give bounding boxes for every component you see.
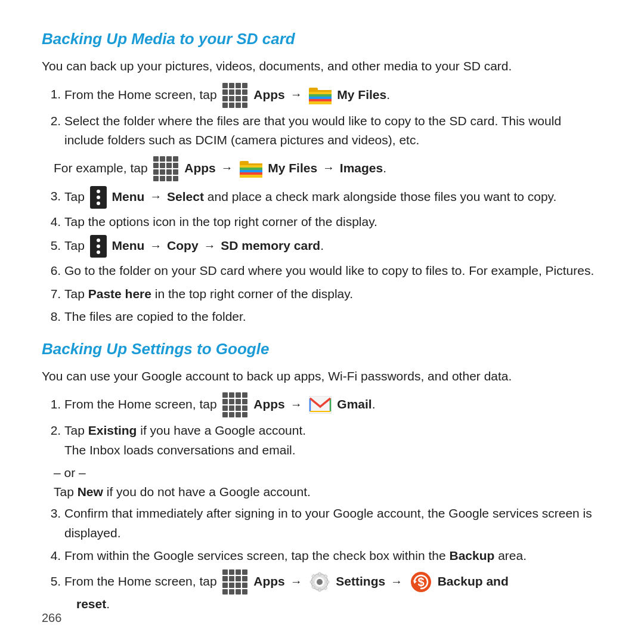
section2-step5: From the Home screen, tap Apps →	[64, 569, 602, 614]
settings-label-5: Settings	[336, 574, 389, 588]
s2-step5-before: From the Home screen, tap	[64, 574, 220, 588]
section1-step3: Tap Menu → Select and place a check mark…	[64, 186, 602, 209]
myfiles-icon-1	[309, 86, 332, 104]
svg-point-22	[317, 579, 323, 585]
reset-label: reset	[76, 597, 106, 611]
tap-new-line: Tap New if you do not have a Google acco…	[54, 485, 602, 499]
step4-text: Tap the options icon in the top right co…	[64, 215, 377, 228]
step3-text-after: and place a check mark alongside those f…	[208, 189, 557, 203]
svg-rect-15	[240, 175, 262, 178]
section1-title: Backing Up Media to your SD card	[42, 30, 602, 48]
menu-icon-5	[90, 235, 107, 258]
section2: Backing Up Settings to Google You can us…	[42, 340, 602, 614]
paste-here-label: Paste here	[88, 287, 151, 301]
settings-icon	[309, 571, 330, 593]
svg-rect-13	[240, 170, 262, 172]
section2-steps-list: From the Home screen, tap Apps →	[64, 392, 602, 460]
s2-5-arrow1: →	[290, 575, 302, 588]
section1-step7: Tap Paste here in the top right corner o…	[64, 284, 602, 304]
backup-label-4: Backup	[449, 549, 494, 562]
step1-text-after: .	[386, 87, 390, 101]
section1-steps-list: From the Home screen, tap Apps →	[64, 83, 602, 150]
select-label-3: Select	[167, 189, 204, 203]
section1-step6: Go to the folder on your SD card where y…	[64, 261, 602, 281]
svg-rect-3	[309, 92, 332, 94]
new-label: New	[78, 485, 103, 499]
s2-step2-tap: Tap	[64, 423, 88, 437]
step6-text: Go to the folder on your SD card where y…	[64, 264, 594, 277]
myfiles-label-1: My Files	[337, 87, 386, 101]
section1-step5: Tap Menu → Copy → SD memory card.	[64, 235, 602, 258]
period5: .	[320, 239, 324, 252]
apps-icon-s2-1	[222, 392, 247, 417]
copy-label-5: Copy	[167, 239, 202, 252]
svg-rect-7	[309, 101, 332, 104]
section2-step2: Tap Existing if you have a Google accoun…	[64, 421, 602, 460]
menu-icon-3	[90, 186, 107, 209]
svg-rect-14	[240, 172, 262, 175]
svg-rect-6	[309, 99, 332, 101]
tap-new-before: Tap	[54, 485, 78, 499]
apps-icon-s2-5	[222, 569, 247, 595]
existing-label: Existing	[88, 423, 137, 437]
s2-step3-text: Confirm that immediately after signing i…	[64, 506, 592, 540]
apps-icon-example	[153, 156, 178, 181]
section2-title: Backing Up Settings to Google	[42, 340, 602, 358]
arrow-example-2: →	[323, 161, 335, 174]
section1-step1: From the Home screen, tap Apps →	[64, 83, 602, 108]
gmail-label: Gmail	[337, 397, 371, 411]
page-number: 266	[42, 611, 61, 625]
section2-step4: From within the Google services screen, …	[64, 546, 602, 566]
myfiles-label-example: My Files	[268, 160, 321, 174]
gmail-icon	[309, 396, 332, 414]
svg-rect-25	[310, 581, 313, 583]
period-example: .	[383, 160, 386, 174]
section1-step2: Select the folder where the files are th…	[64, 112, 602, 150]
myfiles-icon-example	[240, 160, 262, 178]
svg-rect-23	[318, 572, 321, 575]
section2-step3: Confirm that immediately after signing i…	[64, 504, 602, 543]
step8-text: The files are copied to the folder.	[64, 309, 246, 323]
step2-text: Select the folder where the files are th…	[64, 114, 561, 147]
s2-step5-period: .	[106, 597, 110, 611]
s2-step4-after: area.	[498, 549, 527, 562]
arrow-example-1: →	[221, 161, 233, 174]
s2-step1-before: From the Home screen, tap	[64, 397, 220, 411]
svg-rect-5	[309, 97, 332, 99]
section2-step1: From the Home screen, tap Apps →	[64, 392, 602, 417]
s2-step1-period: .	[372, 397, 376, 411]
step1-text-before: From the Home screen, tap	[64, 87, 220, 101]
apps-label-example: Apps	[184, 160, 219, 174]
for-example-block: For example, tap Apps → My Files → Image	[54, 156, 602, 181]
arrow1-1: →	[290, 88, 302, 101]
menu-label-5: Menu	[112, 239, 148, 252]
svg-rect-12	[240, 168, 262, 170]
s2-arrow1: →	[290, 398, 302, 411]
svg-rect-10	[240, 163, 262, 165]
apps-icon-1	[222, 83, 247, 108]
section1-step8: The files are copied to the folder.	[64, 307, 602, 327]
svg-rect-24	[318, 589, 321, 592]
arrow5-1: →	[150, 239, 162, 252]
svg-rect-4	[309, 94, 332, 97]
menu-label-3: Menu	[112, 189, 148, 203]
step7-text-after: in the top right corner of the display.	[155, 287, 353, 301]
section2-intro: You can use your Google account to back …	[42, 367, 602, 386]
s2-step4-before: From within the Google services screen, …	[64, 549, 449, 562]
backup-and-label: Backup and	[438, 574, 509, 588]
arrow3: →	[150, 190, 162, 203]
section1-steps-list-2: Tap Menu → Select and place a check mark…	[64, 186, 602, 327]
tap-new-after: if you do not have a Google account.	[107, 485, 311, 499]
apps-label-s2-1: Apps	[253, 397, 288, 411]
sd-label-5: SD memory card	[221, 239, 320, 252]
apps-label-s2-5: Apps	[253, 574, 288, 588]
for-example-text: For example, tap	[54, 160, 151, 174]
svg-text:$: $	[417, 575, 424, 589]
s2-5-arrow2: →	[391, 575, 402, 588]
images-label-example: Images	[340, 160, 383, 174]
section1-step4: Tap the options icon in the top right co…	[64, 212, 602, 232]
apps-label-1: Apps	[253, 87, 288, 101]
or-line: – or –	[54, 466, 602, 480]
or-text: – or –	[54, 466, 86, 479]
svg-rect-11	[240, 165, 262, 168]
